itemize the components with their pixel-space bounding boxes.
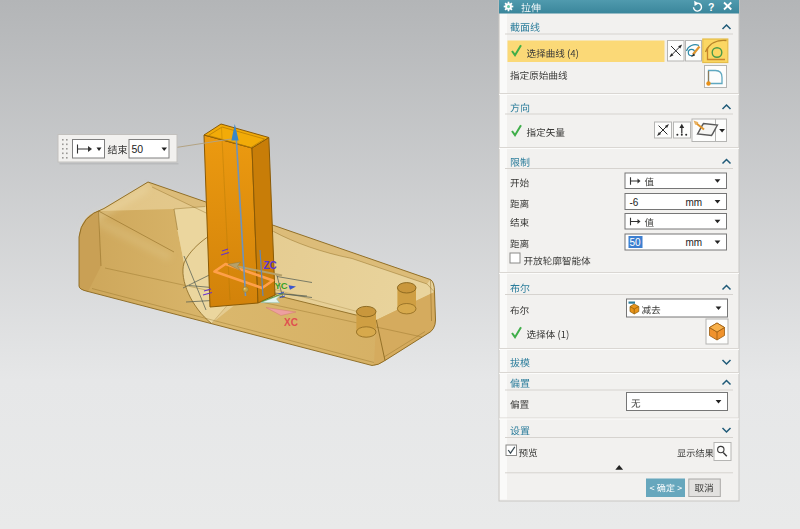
svg-text:50: 50 xyxy=(132,143,144,155)
svg-text:mm: mm xyxy=(686,237,703,248)
svg-text:mm: mm xyxy=(686,197,703,208)
svg-text:-6: -6 xyxy=(630,197,639,208)
svg-text:XC: XC xyxy=(284,317,298,328)
svg-text:50: 50 xyxy=(630,237,642,248)
svg-text:YC: YC xyxy=(275,280,288,291)
svg-text:ZC: ZC xyxy=(264,260,277,271)
svg-text:?: ? xyxy=(708,1,714,13)
